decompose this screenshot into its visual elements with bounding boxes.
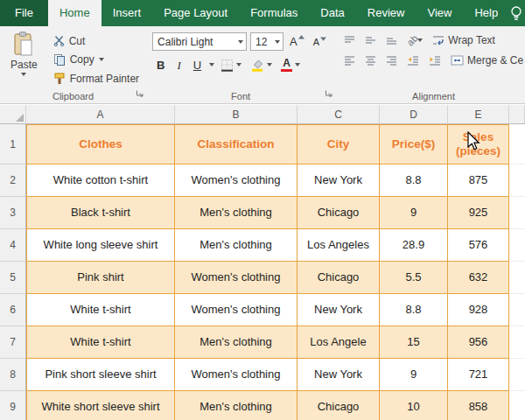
align-right-button[interactable] <box>383 53 400 67</box>
cell-D2[interactable]: 8.8 <box>380 164 448 197</box>
column-header-D[interactable]: D <box>380 105 448 124</box>
cell-C8[interactable]: New York <box>298 359 380 391</box>
cell-E3[interactable]: 925 <box>448 197 509 229</box>
column-header-C[interactable]: C <box>298 105 380 124</box>
cell-B7[interactable]: Men's clothing <box>175 326 298 359</box>
tab-review[interactable]: Review <box>356 0 416 26</box>
tab-help[interactable]: Help <box>463 0 509 26</box>
tab-view[interactable]: View <box>416 0 463 26</box>
cell-D7[interactable]: 15 <box>380 326 448 359</box>
cell-E6[interactable]: 928 <box>448 294 509 326</box>
align-left-button[interactable] <box>341 53 358 67</box>
bold-button[interactable]: B <box>152 57 169 74</box>
column-header-partial[interactable] <box>509 105 525 124</box>
increase-font-size-button[interactable]: A <box>287 35 307 48</box>
empty-cell[interactable] <box>509 391 525 420</box>
tab-home[interactable]: Home <box>48 0 102 26</box>
increase-indent-button[interactable] <box>426 53 444 67</box>
cell-C9[interactable]: Chicago <box>298 391 380 420</box>
empty-cell[interactable] <box>509 294 525 326</box>
cell-B5[interactable]: Women's clothing <box>175 262 298 294</box>
decrease-indent-button[interactable] <box>404 53 422 67</box>
tab-data[interactable]: Data <box>309 0 355 26</box>
format-painter-button[interactable]: Format Painter <box>51 69 142 88</box>
paste-button[interactable]: Paste <box>4 29 44 89</box>
italic-button[interactable]: I <box>172 57 185 74</box>
row-header-5[interactable]: 5 <box>0 262 26 294</box>
fill-color-button[interactable] <box>248 57 275 74</box>
cell-E7[interactable]: 956 <box>448 326 509 359</box>
font-name-combo[interactable]: Calibri Light <box>152 32 247 51</box>
cell-D3[interactable]: 9 <box>380 197 448 229</box>
cell-A5[interactable]: Pink shirt <box>26 262 175 294</box>
row-header-8[interactable]: 8 <box>0 359 26 391</box>
align-center-button[interactable] <box>362 53 379 67</box>
cell-E9[interactable]: 858 <box>448 391 509 420</box>
tab-formulas[interactable]: Formulas <box>239 0 309 26</box>
merge-center-button[interactable]: Merge & Ce <box>448 54 525 66</box>
cell-A2[interactable]: White cotton t-shirt <box>26 164 175 197</box>
cell-D5[interactable]: 5.5 <box>380 262 448 294</box>
tell-me-lightbulb-icon[interactable] <box>509 0 525 26</box>
empty-cell[interactable] <box>509 359 525 391</box>
clipboard-dialog-launcher-icon[interactable] <box>136 85 144 101</box>
cut-button[interactable]: Cut <box>51 32 142 50</box>
column-header-A[interactable]: A <box>26 105 175 124</box>
cell-C5[interactable]: Chicago <box>298 262 380 294</box>
column-header-B[interactable]: B <box>175 105 298 124</box>
cell-C3[interactable]: Chicago <box>298 197 380 229</box>
table-header-cell-D1[interactable]: Price($) <box>380 124 448 164</box>
cell-B8[interactable]: Women's clothing <box>175 359 298 391</box>
wrap-text-button[interactable]: Wrap Text <box>430 34 498 46</box>
cell-E2[interactable]: 875 <box>448 164 509 197</box>
cell-E4[interactable]: 576 <box>448 229 509 262</box>
row-header-2[interactable]: 2 <box>0 164 26 197</box>
decrease-font-size-button[interactable]: A <box>311 37 329 47</box>
empty-cell[interactable] <box>509 326 525 359</box>
align-middle-button[interactable] <box>362 33 379 47</box>
orientation-button[interactable]: ab <box>404 33 425 47</box>
cell-C6[interactable]: New York <box>298 294 380 326</box>
table-header-cell-C1[interactable]: City <box>298 124 380 164</box>
column-header-E[interactable]: E <box>448 105 509 124</box>
tab-file[interactable]: File <box>0 0 48 26</box>
row-header-9[interactable]: 9 <box>0 391 26 420</box>
font-color-button[interactable]: A <box>278 56 303 74</box>
table-header-cell-B1[interactable]: Classification <box>175 124 298 164</box>
empty-cell[interactable] <box>509 197 525 229</box>
cell-A3[interactable]: Black t-shirt <box>26 197 175 229</box>
cell-C2[interactable]: New York <box>298 164 380 197</box>
row-header-1[interactable]: 1 <box>0 124 26 164</box>
tab-insert[interactable]: Insert <box>102 0 153 26</box>
cell-E5[interactable]: 632 <box>448 262 509 294</box>
empty-cell[interactable] <box>509 262 525 294</box>
empty-cell[interactable] <box>509 229 525 262</box>
cell-D4[interactable]: 28.9 <box>380 229 448 262</box>
select-all-button[interactable] <box>0 105 26 124</box>
underline-button[interactable]: U <box>189 57 206 74</box>
cell-B3[interactable]: Men's clothing <box>175 197 298 229</box>
cell-A7[interactable]: White t-shirt <box>26 326 175 359</box>
align-bottom-button[interactable] <box>383 33 400 47</box>
font-dialog-launcher-icon[interactable] <box>325 85 332 101</box>
font-size-combo[interactable]: 12 <box>250 32 284 51</box>
cell-A8[interactable]: Pink short sleeve shirt <box>26 359 175 391</box>
empty-cell[interactable] <box>509 164 525 197</box>
cell-D9[interactable]: 10 <box>380 391 448 420</box>
cell-A4[interactable]: White long sleeve shirt <box>26 229 175 262</box>
table-header-cell-A1[interactable]: Clothes <box>26 124 175 164</box>
cell-C7[interactable]: Los Angele <box>298 326 380 359</box>
cell-B9[interactable]: Men's clothing <box>175 391 298 420</box>
empty-cell[interactable] <box>509 124 525 164</box>
row-header-7[interactable]: 7 <box>0 326 26 359</box>
cell-A9[interactable]: White short sleeve shirt <box>26 391 175 420</box>
align-top-button[interactable] <box>341 33 358 47</box>
cell-D8[interactable]: 9 <box>380 359 448 391</box>
borders-button[interactable] <box>218 57 244 74</box>
cell-A6[interactable]: White t-shirt <box>26 294 175 326</box>
cell-E8[interactable]: 721 <box>448 359 509 391</box>
row-header-4[interactable]: 4 <box>0 229 26 262</box>
cell-B2[interactable]: Women's clothing <box>175 164 298 197</box>
cell-C4[interactable]: Los Angeles <box>298 229 380 262</box>
cell-B6[interactable]: Women's clothing <box>175 294 298 326</box>
